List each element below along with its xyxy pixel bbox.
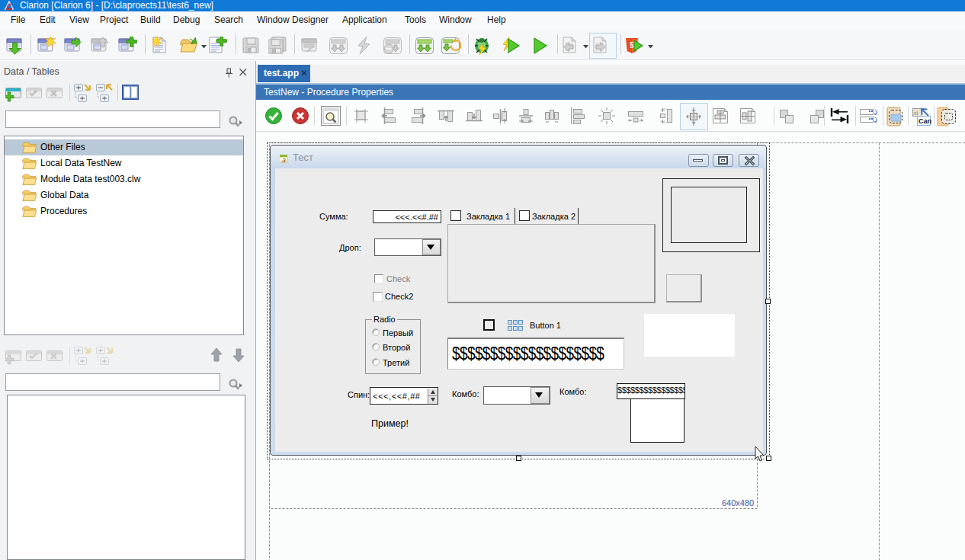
svg-text:xl: xl xyxy=(914,110,919,117)
svg-text:a: a xyxy=(282,156,286,163)
svg-text:Can: Can xyxy=(919,117,931,125)
